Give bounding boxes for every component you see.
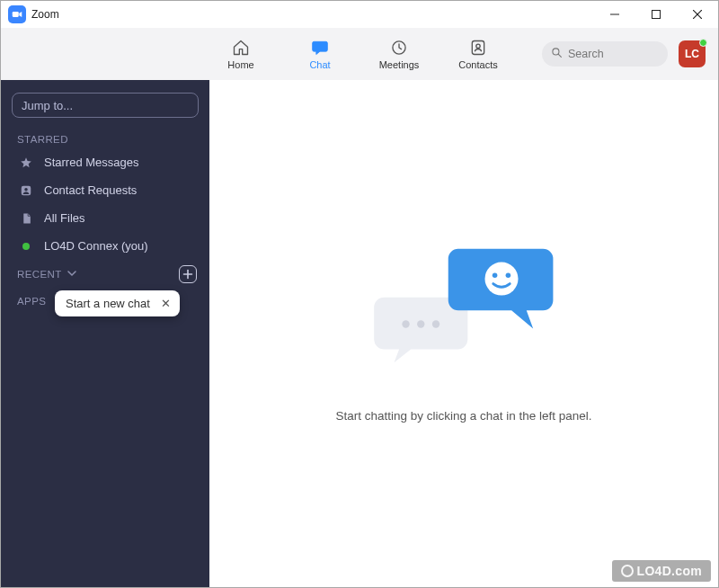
avatar[interactable]: LC (679, 40, 706, 67)
empty-state-text: Start chatting by clicking a chat in the… (335, 409, 591, 423)
new-chat-button[interactable] (179, 265, 197, 283)
empty-chat-illustration (365, 245, 563, 389)
tab-label: Home (227, 59, 253, 70)
main-panel: Start chatting by clicking a chat in the… (209, 80, 718, 587)
chevron-down-icon[interactable] (67, 268, 76, 281)
tooltip-text: Start a new chat (66, 297, 150, 310)
tab-label: Contacts (458, 59, 497, 70)
tab-meetings[interactable]: Meetings (375, 38, 423, 70)
titlebar: Zoom (1, 1, 718, 28)
sidebar-item-self[interactable]: LO4D Connex (you) (1, 232, 209, 260)
svg-rect-2 (652, 11, 661, 19)
svg-point-19 (506, 272, 511, 278)
sidebar-item-label: Contact Requests (44, 183, 137, 197)
tab-label: Chat (309, 59, 330, 70)
tab-home[interactable]: Home (217, 38, 265, 70)
tab-contacts[interactable]: Contacts (454, 38, 502, 70)
zoom-app-icon (8, 5, 26, 23)
clock-icon (390, 38, 408, 58)
svg-line-9 (558, 54, 561, 57)
sidebar-item-all-files[interactable]: All Files (1, 204, 209, 232)
contact-request-icon (19, 184, 33, 197)
speech-bubble-blue-icon (442, 245, 561, 335)
star-icon (19, 156, 33, 169)
close-window-button[interactable] (677, 1, 718, 28)
svg-point-7 (476, 44, 480, 48)
svg-point-18 (493, 272, 498, 278)
svg-point-16 (432, 320, 439, 327)
sidebar-item-contact-requests[interactable]: Contact Requests (1, 176, 209, 204)
section-starred-label: STARRED (1, 127, 209, 148)
file-icon (19, 212, 33, 225)
home-icon (232, 38, 250, 58)
content-body: Jump to... STARRED Starred Messages Cont… (1, 80, 718, 587)
minimize-button[interactable] (594, 1, 635, 28)
app-window: Zoom Home Chat Meet (0, 0, 719, 588)
presence-indicator (699, 39, 707, 47)
top-nav: Home Chat Meetings Contacts (1, 28, 718, 80)
watermark: LO4D.com (612, 560, 711, 582)
new-chat-tooltip: Start a new chat ✕ (55, 290, 180, 316)
tab-label: Meetings (379, 59, 420, 70)
avatar-initials: LC (685, 48, 699, 60)
svg-point-17 (484, 262, 518, 295)
section-apps-row: APPS Start a new chat ✕ (1, 292, 209, 310)
presence-dot-icon (19, 243, 33, 250)
sidebar-item-starred-messages[interactable]: Starred Messages (1, 148, 209, 176)
search-input[interactable]: Search (542, 41, 668, 67)
copyright-icon (621, 565, 634, 577)
svg-rect-0 (13, 12, 19, 17)
search-placeholder: Search (568, 48, 604, 60)
jump-placeholder: Jump to... (22, 99, 73, 112)
svg-point-14 (402, 320, 409, 327)
nav-tabs: Home Chat Meetings Contacts (217, 38, 502, 70)
svg-point-11 (24, 188, 28, 192)
sidebar: Jump to... STARRED Starred Messages Cont… (1, 80, 209, 587)
sidebar-item-label: LO4D Connex (you) (44, 239, 148, 253)
section-recent-label[interactable]: RECENT (17, 269, 62, 280)
chat-icon (311, 38, 329, 58)
watermark-text: LO4D.com (637, 564, 702, 578)
tab-chat[interactable]: Chat (296, 38, 344, 70)
contacts-icon (469, 38, 487, 58)
maximize-button[interactable] (635, 1, 677, 28)
tooltip-close-icon[interactable]: ✕ (161, 297, 171, 310)
window-title: Zoom (31, 8, 59, 21)
svg-point-15 (417, 320, 424, 327)
sidebar-item-label: Starred Messages (44, 156, 139, 169)
sidebar-item-label: All Files (44, 211, 85, 225)
jump-to-input[interactable]: Jump to... (12, 93, 199, 118)
search-icon (551, 47, 563, 61)
